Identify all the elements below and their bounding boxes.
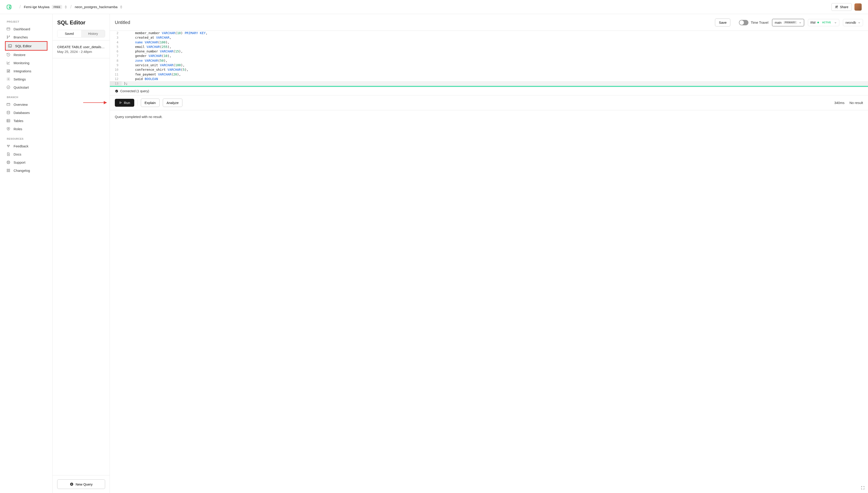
divider bbox=[137, 100, 138, 106]
svg-point-11 bbox=[7, 111, 10, 112]
tab-history[interactable]: History bbox=[81, 30, 105, 37]
window-icon bbox=[6, 27, 10, 31]
breadcrumb-sep: / bbox=[70, 4, 72, 9]
editor-column-title: SQL Editor bbox=[53, 14, 110, 30]
svg-point-2 bbox=[837, 6, 838, 6]
breadcrumb-project[interactable]: neon_postgres_hackmamba bbox=[75, 5, 117, 9]
sidebar-item-branches[interactable]: Branches bbox=[3, 33, 49, 41]
sql-editor-textarea[interactable]: 2 member_number VARCHAR(10) PRIMARY KEY,… bbox=[110, 31, 868, 86]
connection-text: Connected (1 query) bbox=[120, 89, 149, 93]
sidebar-item-tables[interactable]: Tables bbox=[3, 116, 49, 125]
action-bar: Run Explain Analyze 340ms No result bbox=[110, 95, 868, 110]
sidebar-item-dashboard[interactable]: Dashboard bbox=[3, 25, 49, 33]
sidebar-item-label: Integrations bbox=[14, 69, 31, 73]
sidebar-item-label: Feedback bbox=[14, 144, 28, 148]
svg-point-13 bbox=[8, 128, 9, 129]
svg-rect-7 bbox=[8, 45, 12, 47]
branch-selector[interactable]: main PRIMARY bbox=[772, 19, 804, 26]
sidebar-item-restore[interactable]: Restore bbox=[3, 51, 49, 59]
chart-icon bbox=[6, 61, 10, 65]
time-travel-toggle[interactable] bbox=[739, 20, 748, 25]
svg-point-1 bbox=[836, 6, 837, 7]
svg-rect-3 bbox=[7, 28, 10, 30]
annotation-arrow-icon bbox=[83, 102, 107, 103]
tab-saved[interactable]: Saved bbox=[58, 30, 81, 37]
sidebar-item-label: Dashboard bbox=[14, 27, 30, 31]
db-name: neondb bbox=[845, 21, 856, 24]
time-travel-label: Time Travel bbox=[751, 21, 768, 24]
plus-circle-icon bbox=[70, 482, 74, 486]
sidebar-item-quickstart[interactable]: Quickstart bbox=[3, 83, 49, 91]
explain-button[interactable]: Explain bbox=[141, 99, 159, 107]
svg-point-4 bbox=[7, 36, 8, 36]
puzzle-icon bbox=[6, 69, 10, 73]
sidebar-item-roles[interactable]: Roles bbox=[3, 125, 49, 133]
fullscreen-icon[interactable] bbox=[861, 486, 865, 490]
svg-point-24 bbox=[115, 90, 118, 92]
history-icon bbox=[6, 53, 10, 57]
main-panel: Untitled Save Time Travel main PRIMARY R… bbox=[110, 14, 868, 493]
svg-rect-20 bbox=[9, 169, 10, 170]
window-icon bbox=[6, 102, 10, 106]
sidebar-item-label: Restore bbox=[14, 53, 25, 57]
save-button[interactable]: Save bbox=[715, 19, 730, 26]
svg-point-5 bbox=[9, 36, 10, 36]
updown-icon[interactable] bbox=[64, 5, 67, 9]
topbar: / Femi-ige Muyiwa FREE / neon_postgres_h… bbox=[0, 0, 868, 14]
sidebar-item-overview[interactable]: Overview bbox=[3, 100, 49, 108]
svg-point-6 bbox=[7, 38, 8, 38]
neon-logo-icon[interactable] bbox=[6, 4, 12, 10]
svg-point-14 bbox=[7, 145, 8, 146]
history-entry[interactable]: CREATE TABLE user_details ( ... May 25, … bbox=[53, 40, 110, 58]
result-text: Query completed with no result. bbox=[115, 115, 162, 119]
svg-rect-19 bbox=[7, 169, 8, 170]
connection-status-bar: Connected (1 query) bbox=[110, 87, 868, 95]
sidebar-item-databases[interactable]: Databases bbox=[3, 108, 49, 116]
new-query-button[interactable]: New Query bbox=[57, 479, 105, 489]
terminal-icon bbox=[8, 44, 12, 48]
sidebar-item-sql-editor[interactable]: SQL Editor bbox=[5, 41, 47, 51]
sidebar-item-label: Tables bbox=[14, 119, 23, 123]
query-noresult: No result bbox=[849, 101, 863, 105]
chevron-down-icon bbox=[834, 21, 837, 24]
chevron-down-icon bbox=[858, 21, 861, 24]
sliders-icon bbox=[6, 144, 10, 148]
analyze-button[interactable]: Analyze bbox=[163, 99, 182, 107]
table-icon bbox=[6, 119, 10, 123]
lifebuoy-icon bbox=[6, 160, 10, 164]
sidebar-item-feedback[interactable]: Feedback bbox=[3, 142, 49, 150]
new-query-label: New Query bbox=[75, 483, 92, 486]
sidebar-item-changelog[interactable]: Changelog bbox=[3, 166, 49, 174]
svg-point-9 bbox=[7, 86, 10, 89]
breadcrumb-sep: / bbox=[19, 4, 21, 9]
svg-rect-21 bbox=[7, 171, 8, 172]
grid-icon bbox=[6, 168, 10, 172]
sidebar-item-settings[interactable]: Settings bbox=[3, 75, 49, 83]
svg-rect-10 bbox=[7, 103, 10, 106]
compute-selector[interactable]: RW ACTIVE bbox=[808, 19, 839, 26]
sidebar-item-support[interactable]: Support bbox=[3, 158, 49, 166]
editor-column: SQL Editor Saved History CREATE TABLE us… bbox=[52, 14, 110, 493]
file-icon bbox=[6, 152, 10, 156]
users-icon bbox=[835, 5, 839, 9]
shield-user-icon bbox=[6, 127, 10, 131]
sidebar-item-docs[interactable]: Docs bbox=[3, 150, 49, 158]
run-button[interactable]: Run bbox=[115, 99, 134, 107]
chevron-down-icon bbox=[799, 21, 802, 24]
svg-point-8 bbox=[8, 79, 9, 80]
share-button[interactable]: Share bbox=[831, 3, 852, 11]
status-dot-icon bbox=[817, 22, 819, 23]
updown-icon[interactable] bbox=[120, 5, 123, 9]
query-title[interactable]: Untitled bbox=[115, 20, 130, 25]
result-panel: Query completed with no result. bbox=[110, 110, 868, 493]
play-icon bbox=[119, 101, 122, 104]
saved-history-tabs: Saved History bbox=[57, 30, 105, 38]
sidebar-item-integrations[interactable]: Integrations bbox=[3, 67, 49, 75]
sidebar-item-label: Databases bbox=[14, 111, 30, 114]
sidebar-item-monitoring[interactable]: Monitoring bbox=[3, 59, 49, 67]
query-toolbar: Untitled Save Time Travel main PRIMARY R… bbox=[110, 14, 868, 31]
breadcrumb-user[interactable]: Femi-ige Muyiwa bbox=[24, 5, 49, 9]
avatar[interactable] bbox=[854, 3, 862, 10]
share-label: Share bbox=[840, 5, 848, 9]
database-selector[interactable]: neondb bbox=[843, 19, 863, 26]
